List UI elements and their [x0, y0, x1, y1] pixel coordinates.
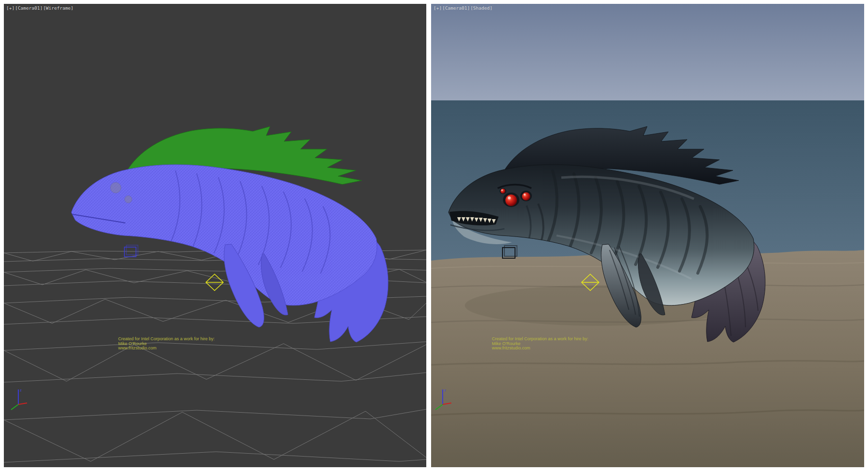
world-axis-tripod: z: [11, 388, 27, 410]
fish-model-wireframe[interactable]: [71, 126, 388, 342]
viewport-shaded[interactable]: z [+][Camera01][Shaded] Created for Inte…: [431, 4, 864, 467]
viewport-menu-button[interactable]: [+]: [434, 5, 442, 11]
transform-gizmo[interactable]: [206, 274, 223, 291]
eye-left-wireframe: [110, 182, 121, 193]
viewport-wireframe[interactable]: z [+][Camera01][Wireframe] Created for I…: [4, 4, 426, 467]
viewport-label: [+][Camera01][Shaded]: [434, 5, 493, 11]
watermark-line3: www.fritzstudio.com: [492, 346, 588, 351]
viewport-camera-button[interactable]: [Camera01]: [15, 5, 42, 11]
wireframe-canvas[interactable]: z: [4, 4, 426, 467]
viewport-shading-button[interactable]: [Wireframe]: [43, 5, 73, 11]
watermark-text: Created for Intel Corporation as a work …: [492, 337, 588, 351]
dual-viewport-layout: z [+][Camera01][Wireframe] Created for I…: [0, 0, 868, 472]
axis-z-label: z: [20, 388, 22, 392]
viewport-camera-button[interactable]: [Camera01]: [442, 5, 470, 11]
watermark-line3: www.fritzstudio.com: [118, 346, 215, 351]
watermark-text: Created for Intel Corporation as a work …: [118, 337, 215, 351]
eye2-left-wireframe: [125, 196, 132, 203]
dummy-helper-box[interactable]: [124, 245, 138, 257]
viewport-shading-button[interactable]: [Shaded]: [470, 5, 492, 11]
sky: [431, 4, 864, 101]
viewport-label: [+][Camera01][Wireframe]: [6, 5, 74, 11]
viewport-menu-button[interactable]: [+]: [6, 5, 14, 11]
shaded-canvas[interactable]: z: [431, 4, 864, 467]
axis-z-label: z: [444, 388, 446, 392]
